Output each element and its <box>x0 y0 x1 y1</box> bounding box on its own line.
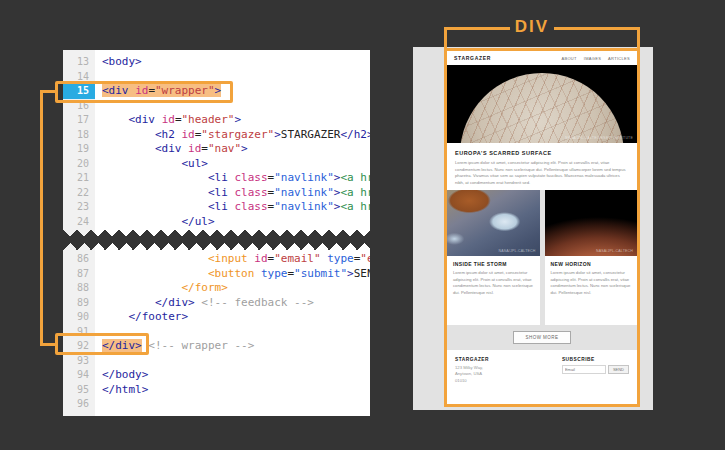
code-line: 95</html> <box>63 383 370 398</box>
email-input[interactable] <box>562 365 606 374</box>
code-token: = <box>175 113 182 126</box>
line-number: 88 <box>63 281 95 296</box>
code-token: <li <box>208 200 235 213</box>
code-token <box>102 157 181 170</box>
code-token: </h2> <box>340 128 370 141</box>
article-intro: EUROPA'S SCARRED SURFACE Lorem ipsum dol… <box>447 143 637 190</box>
code-text: <li class="navlink"><a hr <box>95 186 370 201</box>
send-button[interactable]: SEND <box>608 365 629 374</box>
code-token: = <box>201 142 208 155</box>
image-credit: NASA/JPL-CALTECH <box>596 249 633 253</box>
code-token: </body> <box>102 368 148 381</box>
line-number: 13 <box>63 55 95 70</box>
code-line: 87 <button type="submit">SEN <box>63 267 370 282</box>
subscribe-title: SUBSCRIBE <box>562 357 629 362</box>
code-text: </form> <box>95 281 370 296</box>
bracket-line-bottom <box>40 343 58 346</box>
line-number: 89 <box>63 296 95 311</box>
stage: 13<body>1415<div id="wrapper">1617 <div … <box>0 0 725 450</box>
code-line: 20 <ul> <box>63 157 370 172</box>
footer-brand: STARGAZER <box>455 357 489 362</box>
line-number: 93 <box>63 354 95 369</box>
code-line: 15<div id="wrapper"> <box>63 84 370 99</box>
code-token: <!-- feedback --> <box>195 296 314 309</box>
callout-line-left <box>444 27 447 48</box>
code-token: "wrapper" <box>155 84 215 97</box>
card-horizon: NASA/JPL-CALTECH NEW HORIZON Lorem ipsum… <box>545 190 638 325</box>
code-text: </html> <box>95 383 370 398</box>
line-number: 86 <box>63 252 95 267</box>
code-token: id <box>188 142 201 155</box>
code-text: <input id="email" type="e <box>95 252 370 267</box>
code-text: <li class="navlink"><a hr <box>95 200 370 215</box>
code-token: "navlink" <box>274 200 334 213</box>
mars-image: NASA/JPL-CALTECH <box>545 190 638 256</box>
code-token: </div> <box>155 296 195 309</box>
line-number: 20 <box>63 157 95 172</box>
code-token: class <box>234 171 267 184</box>
card-body: NEW HORIZON Lorem ipsum dolor sit amet, … <box>545 256 638 301</box>
article-text: Lorem ipsum dolor sit amet, consectetur … <box>455 160 629 186</box>
code-token: "header" <box>182 113 235 126</box>
line-number: 96 <box>63 397 95 412</box>
site-header: STARGAZER ABOUT IMAGES ARTICLES <box>447 51 637 65</box>
europa-moon-image <box>460 73 624 143</box>
card-title: NEW HORIZON <box>551 261 632 267</box>
code-line: 91 <box>63 325 370 340</box>
code-token: class <box>234 200 267 213</box>
code-line: 89 </div> <!-- feedback --> <box>63 296 370 311</box>
code-token: <input <box>208 252 254 265</box>
show-more-button[interactable]: SHOW MORE <box>513 331 570 344</box>
callout-line-right <box>637 27 640 48</box>
subscribe-form: SEND <box>562 365 629 374</box>
torn-edge <box>63 243 370 250</box>
line-number: 16 <box>63 99 95 114</box>
div-callout-label: DIV <box>508 17 556 37</box>
code-text: <ul> <box>95 157 370 172</box>
code-lines: 86 <input id="email" type="e87 <button t… <box>63 250 370 416</box>
code-token <box>102 171 208 184</box>
code-line: 24 </ul> <box>63 215 370 230</box>
line-number: 18 <box>63 128 95 143</box>
callout-line-top-left <box>444 27 510 30</box>
code-token: <ul> <box>181 157 208 170</box>
code-text <box>95 99 370 114</box>
line-number: 19 <box>63 142 95 157</box>
code-token: "submit" <box>294 267 347 280</box>
code-lines: 13<body>1415<div id="wrapper">1617 <div … <box>63 50 370 229</box>
code-line: 88 </form> <box>63 281 370 296</box>
nav-link-about[interactable]: ABOUT <box>561 56 576 61</box>
site-page: STARGAZER ABOUT IMAGES ARTICLES NASA/JPL… <box>447 51 637 404</box>
nav-link-articles[interactable]: ARTICLES <box>608 56 630 61</box>
code-line: 22 <li class="navlink"><a hr <box>63 186 370 201</box>
site-nav: ABOUT IMAGES ARTICLES <box>561 56 630 61</box>
code-token <box>102 186 208 199</box>
code-token: <body> <box>102 55 142 68</box>
line-number: 90 <box>63 310 95 325</box>
code-token: "nav" <box>208 142 241 155</box>
code-text: <body> <box>95 55 370 70</box>
code-editor-top: 13<body>1415<div id="wrapper">1617 <div … <box>63 50 370 236</box>
code-token: id <box>181 128 194 141</box>
code-text <box>95 397 370 412</box>
hero-section: NASA/JPL-CALTECH/SETI INSTITUTE <box>447 65 637 143</box>
code-line: 96 <box>63 397 370 412</box>
address-line: 01010 <box>455 378 489 384</box>
code-token <box>102 200 208 213</box>
nav-link-images[interactable]: IMAGES <box>584 56 601 61</box>
code-token: > <box>347 267 354 280</box>
line-number: 14 <box>63 70 95 85</box>
code-line: 90 </footer> <box>63 310 370 325</box>
code-line: 14 <box>63 70 370 85</box>
code-text: <h2 id="stargazer">STARGAZER</h2> <box>95 128 370 143</box>
code-token <box>102 128 155 141</box>
code-token <box>102 267 208 280</box>
code-line: 93 <box>63 354 370 369</box>
code-line: 16 <box>63 99 370 114</box>
code-line: 19 <div id="nav"> <box>63 142 370 157</box>
code-text: <div id="wrapper"> <box>95 84 370 99</box>
code-text: </div> <!-- wrapper --> <box>95 339 370 354</box>
code-token: <a hr <box>340 186 370 199</box>
code-token: type <box>261 267 288 280</box>
code-token: id <box>162 113 175 126</box>
